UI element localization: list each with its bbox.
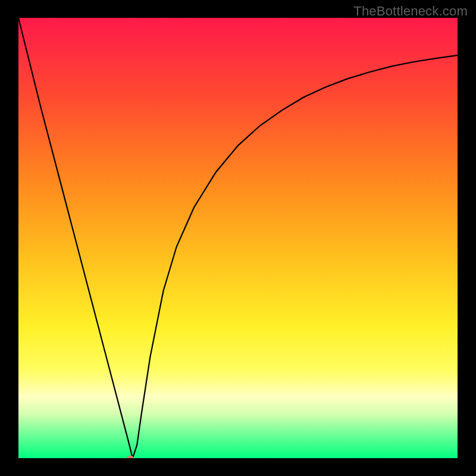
watermark-label: TheBottleneck.com bbox=[353, 4, 468, 19]
bottleneck-chart bbox=[18, 18, 458, 458]
bottleneck-curve bbox=[18, 18, 458, 458]
